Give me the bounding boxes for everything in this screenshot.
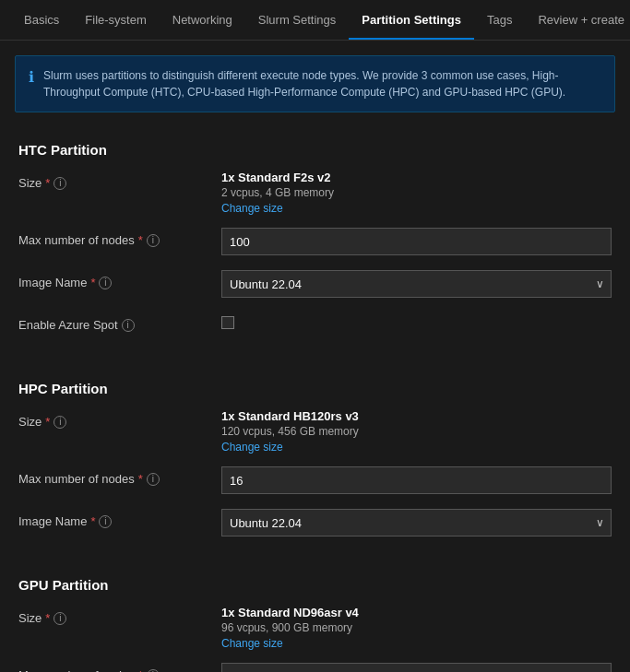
gpu-size-row: Size * i 1x Standard ND96asr v4 96 vcpus… (18, 606, 612, 650)
htc-size-name: 1x Standard F2s v2 (221, 171, 612, 184)
hpc-title: HPC Partition (18, 381, 612, 396)
htc-image-value: Ubuntu 22.04 Ubuntu 20.04 CentOS 7 ∨ (221, 270, 612, 298)
hpc-image-row: Image Name * i Ubuntu 22.04 Ubuntu 20.04… (18, 509, 612, 538)
gpu-size-info-icon[interactable]: i (53, 612, 66, 625)
gpu-max-nodes-info-icon[interactable]: i (147, 669, 160, 673)
gpu-max-nodes-input[interactable] (221, 663, 612, 672)
htc-max-nodes-required: * (138, 233, 143, 247)
hpc-max-nodes-label: Max number of nodes * i (18, 466, 221, 486)
info-banner: ℹ Slurm uses partitions to distinguish d… (15, 55, 615, 112)
gpu-max-nodes-label: Max number of nodes * i (18, 663, 221, 672)
htc-image-row: Image Name * i Ubuntu 22.04 Ubuntu 20.04… (18, 270, 612, 300)
htc-size-required: * (45, 176, 50, 190)
gpu-size-label: Size * i (18, 606, 221, 625)
gpu-max-nodes-required: * (138, 668, 143, 672)
nav-networking[interactable]: Networking (160, 2, 245, 40)
gpu-size-sub: 96 vcpus, 900 GB memory (221, 621, 612, 634)
nav-filesystem[interactable]: File-system (72, 2, 159, 40)
hpc-max-nodes-required: * (138, 472, 143, 486)
top-nav: Basics File-system Networking Slurm Sett… (0, 0, 630, 41)
hpc-max-nodes-row: Max number of nodes * i (18, 466, 612, 496)
nav-review-create[interactable]: Review + create (525, 2, 630, 40)
hpc-size-required: * (45, 415, 50, 429)
hpc-max-nodes-info-icon[interactable]: i (147, 473, 160, 486)
htc-max-nodes-input[interactable] (221, 228, 612, 255)
htc-image-select-wrapper: Ubuntu 22.04 Ubuntu 20.04 CentOS 7 ∨ (221, 270, 612, 298)
hpc-size-name: 1x Standard HB120rs v3 (221, 409, 612, 423)
htc-size-info-icon[interactable]: i (53, 177, 66, 190)
hpc-size-info-icon[interactable]: i (53, 416, 66, 429)
nav-slurm[interactable]: Slurm Settings (245, 2, 350, 40)
hpc-image-info-icon[interactable]: i (99, 515, 112, 528)
gpu-section: GPU Partition Size * i 1x Standard ND96a… (18, 577, 612, 672)
htc-image-label: Image Name * i (18, 270, 221, 289)
htc-size-label: Size * i (18, 171, 221, 190)
gpu-size-required: * (45, 611, 50, 625)
gpu-title: GPU Partition (18, 577, 612, 593)
htc-title: HTC Partition (18, 142, 612, 158)
hpc-size-row: Size * i 1x Standard HB120rs v3 120 vcpu… (18, 409, 612, 454)
nav-partition-settings[interactable]: Partition Settings (349, 2, 474, 40)
hpc-max-nodes-input[interactable] (221, 466, 612, 494)
nav-basics[interactable]: Basics (11, 2, 72, 40)
htc-size-value: 1x Standard F2s v2 2 vcpus, 4 GB memory … (221, 171, 612, 215)
gpu-max-nodes-value[interactable] (221, 663, 612, 672)
hpc-image-value: Ubuntu 22.04 Ubuntu 20.04 CentOS 7 ∨ (221, 509, 612, 536)
htc-spot-row: Enable Azure Spot i (18, 312, 612, 342)
htc-change-size-link[interactable]: Change size (221, 202, 283, 215)
htc-max-nodes-value[interactable] (221, 228, 612, 255)
htc-max-nodes-label: Max number of nodes * i (18, 228, 221, 247)
hpc-size-sub: 120 vcpus, 456 GB memory (221, 425, 612, 438)
info-text: Slurm uses partitions to distinguish dif… (43, 67, 601, 100)
htc-section: HTC Partition Size * i 1x Standard F2s v… (18, 142, 612, 342)
htc-spot-info-icon[interactable]: i (122, 319, 135, 332)
info-icon: ℹ (29, 68, 34, 86)
gpu-size-value: 1x Standard ND96asr v4 96 vcpus, 900 GB … (221, 606, 612, 650)
htc-max-nodes-info-icon[interactable]: i (147, 234, 160, 247)
hpc-section: HPC Partition Size * i 1x Standard HB120… (18, 381, 612, 538)
hpc-size-label: Size * i (18, 409, 221, 429)
htc-image-select[interactable]: Ubuntu 22.04 Ubuntu 20.04 CentOS 7 (221, 270, 612, 298)
htc-spot-checkbox[interactable] (221, 316, 234, 329)
gpu-change-size-link[interactable]: Change size (221, 637, 283, 650)
hpc-image-label: Image Name * i (18, 509, 221, 528)
nav-tags[interactable]: Tags (474, 2, 525, 40)
htc-spot-label: Enable Azure Spot i (18, 312, 221, 332)
gpu-size-name: 1x Standard ND96asr v4 (221, 606, 612, 619)
htc-size-sub: 2 vcpus, 4 GB memory (221, 186, 612, 199)
htc-max-nodes-row: Max number of nodes * i (18, 228, 612, 257)
hpc-image-required: * (90, 514, 95, 528)
htc-size-row: Size * i 1x Standard F2s v2 2 vcpus, 4 G… (18, 171, 612, 215)
htc-spot-value (221, 312, 612, 329)
gpu-max-nodes-row: Max number of nodes * i (18, 663, 612, 672)
hpc-image-select[interactable]: Ubuntu 22.04 Ubuntu 20.04 CentOS 7 (221, 509, 612, 536)
hpc-image-select-wrapper: Ubuntu 22.04 Ubuntu 20.04 CentOS 7 ∨ (221, 509, 612, 536)
htc-image-info-icon[interactable]: i (99, 277, 112, 289)
hpc-size-value: 1x Standard HB120rs v3 120 vcpus, 456 GB… (221, 409, 612, 454)
main-content: HTC Partition Size * i 1x Standard F2s v… (0, 120, 630, 672)
hpc-change-size-link[interactable]: Change size (221, 441, 283, 454)
htc-image-required: * (90, 276, 95, 289)
hpc-max-nodes-value[interactable] (221, 466, 612, 494)
